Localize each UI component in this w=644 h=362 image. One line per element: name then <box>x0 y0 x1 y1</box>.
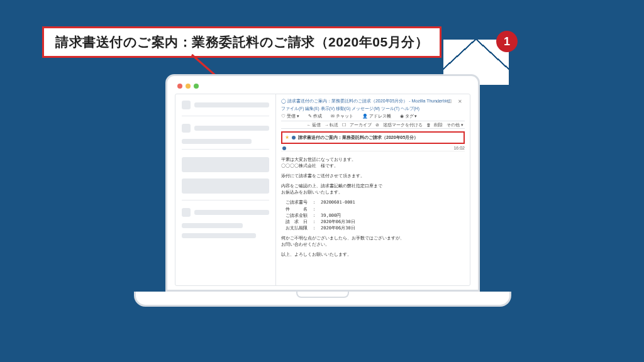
menubar: ファイル(F) 編集(E) 表示(V) 移動(G) メッセージ(M) ツール(T… <box>281 106 465 111</box>
browser-frame: — ☐ ✕ ◯ 請求書送付のご案内：業務委託料のご請求（2020年05月分） -… <box>175 94 470 286</box>
laptop-screen: — ☐ ✕ ◯ 請求書送付のご案内：業務委託料のご請求（2020年05月分） -… <box>165 74 480 292</box>
badge-count: 1 <box>504 35 510 48</box>
callout-text: 請求書送付のご案内：業務委託料のご請求（2020年05月分） <box>55 35 428 49</box>
toolbar-secondary: ← 返信 → 転送 ☐ アーカイブ ⊘ 迷惑マークを付ける 🗑 削除 その他 ▾ <box>281 121 465 129</box>
max-dot <box>194 84 199 89</box>
email-pane: — ☐ ✕ ◯ 請求書送付のご案内：業務委託料のご請求（2020年05月分） -… <box>276 94 470 285</box>
callout-box: 請求書送付のご案内：業務委託料のご請求（2020年05月分） <box>42 26 441 58</box>
invoice-details: ご請求書号 ： 20200601-0001 件 名 ： ご請求金額 ： 39,8… <box>281 199 465 231</box>
subject-text: 請求書送付のご案内：業務委託料のご請求（2020年05月分） <box>298 134 418 141</box>
close-dot <box>177 84 182 89</box>
notification-badge: 1 <box>496 31 518 52</box>
email-meta-row: 16:02 <box>281 145 465 151</box>
toolbar-primary: ♡ 受信 ▾ ✎ 作成 ✉ チャット 👤 アドレス帳 ◉ タグ ▾ <box>281 113 465 119</box>
email-subject-highlight: ★ 請求書送付のご案内：業務委託料のご請求（2020年05月分） <box>281 131 465 144</box>
email-time: 16:02 <box>453 145 465 151</box>
window-controls <box>175 82 470 94</box>
star-icon: ★ <box>285 134 289 141</box>
laptop-base <box>134 292 511 307</box>
min-dot <box>186 84 191 89</box>
email-body: 平素は大変お世話になっております。 〇〇〇〇株式会社 様です。 添付にて請求書を… <box>281 156 465 258</box>
browser-sidebar <box>175 94 276 285</box>
laptop-illustration: — ☐ ✕ ◯ 請求書送付のご案内：業務委託料のご請求（2020年05月分） -… <box>165 74 480 307</box>
app-title: — ☐ ✕ ◯ 請求書送付のご案内：業務委託料のご請求（2020年05月分） -… <box>281 98 465 104</box>
unread-dot-icon <box>292 136 296 140</box>
